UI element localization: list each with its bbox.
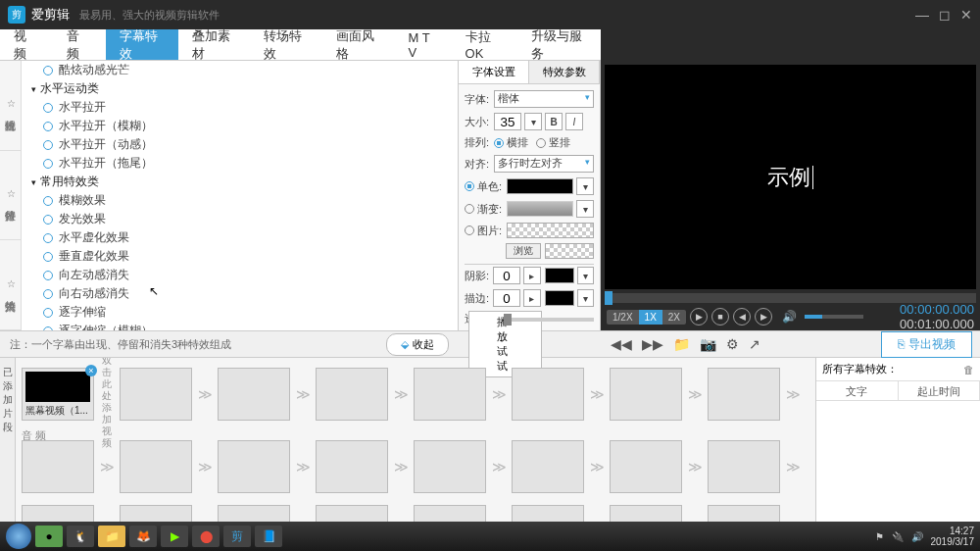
minimize-icon[interactable]: — [915, 7, 929, 23]
export-button[interactable]: ⎘导出视频 [881, 331, 972, 358]
stroke-color[interactable] [545, 290, 574, 306]
clip-slot[interactable] [708, 440, 780, 493]
effect-item[interactable]: 水平拉开（模糊） [22, 117, 458, 135]
effect-item[interactable]: 模糊效果 [22, 191, 458, 210]
taskbar-item[interactable]: ▶ [161, 526, 188, 547]
clip-slot[interactable] [120, 368, 192, 421]
clip-slot[interactable] [22, 440, 94, 493]
next-icon[interactable]: ▶▶ [642, 336, 663, 352]
proptab-font[interactable]: 字体设置 [459, 61, 529, 83]
image-swatch-2[interactable] [545, 243, 594, 259]
radio-gradient[interactable] [465, 204, 474, 214]
font-select[interactable]: 楷体 [494, 90, 594, 108]
taskbar-item[interactable]: 剪 [223, 526, 251, 547]
taskbar-item[interactable]: ⬤ [192, 526, 220, 547]
shadow-color-dropdown-icon[interactable]: ▾ [577, 267, 594, 284]
prev-frame-button[interactable]: ◀ [733, 308, 751, 326]
effect-category[interactable]: ▾常用特效类 [22, 173, 458, 191]
snapshot-icon[interactable]: 📷 [700, 336, 716, 352]
size-input[interactable] [494, 113, 521, 130]
tray-flag-icon[interactable]: ⚑ [875, 531, 884, 542]
color-dropdown-icon[interactable]: ▾ [576, 177, 594, 195]
tab-overlay[interactable]: 叠加素材 [178, 29, 251, 60]
bold-button[interactable]: B [545, 113, 563, 130]
effect-category[interactable]: ▾水平运动类 [22, 79, 458, 98]
clip-slot[interactable] [316, 368, 388, 421]
clip-slot[interactable] [120, 440, 192, 493]
clip-slot[interactable] [512, 368, 584, 421]
speed-toggle[interactable]: 1/2X1X2X [607, 310, 686, 325]
rail-disappear[interactable]: ☆消失特效 [0, 240, 21, 330]
effect-item[interactable]: 逐字伸缩 [22, 303, 458, 322]
rail-appear[interactable]: ☆出现特效 [0, 61, 21, 151]
tray-net-icon[interactable]: 🔌 [892, 531, 904, 542]
volume-slider[interactable] [805, 315, 863, 319]
clip-slot[interactable] [610, 368, 682, 421]
radio-horizontal[interactable] [494, 138, 504, 148]
gradient-swatch[interactable] [507, 201, 573, 217]
shadow-input[interactable] [493, 267, 520, 284]
effect-list[interactable]: ↖ 酷炫动感光芒▾水平运动类水平拉开水平拉开（模糊）水平拉开（动感）水平拉开（拖… [22, 61, 459, 330]
align-select[interactable]: 多行时左对齐 [494, 155, 594, 173]
stroke-color-dropdown-icon[interactable]: ▾ [577, 289, 594, 307]
stop-button[interactable]: ■ [711, 308, 729, 326]
opacity-slider[interactable] [504, 318, 594, 322]
proptab-params[interactable]: 特效参数 [529, 61, 600, 83]
remove-clip-icon[interactable]: × [85, 365, 97, 376]
effect-item[interactable]: 发光效果 [22, 210, 458, 228]
taskbar-item[interactable]: 📘 [255, 526, 282, 547]
color-swatch[interactable] [507, 178, 573, 194]
tray-vol-icon[interactable]: 🔊 [911, 531, 923, 542]
tab-audio[interactable]: 音 频 [53, 29, 106, 60]
settings-icon[interactable]: ⚙ [726, 336, 739, 352]
volume-icon[interactable]: 🔊 [782, 310, 797, 324]
tab-karaoke[interactable]: 卡拉OK [452, 29, 517, 60]
scrubber[interactable] [605, 293, 976, 303]
image-swatch[interactable] [507, 223, 594, 238]
folder-icon[interactable]: 📁 [673, 336, 690, 352]
delete-icon[interactable]: 🗑 [963, 364, 974, 376]
size-dropdown-icon[interactable]: ▾ [524, 113, 542, 130]
taskbar-item[interactable]: ● [35, 526, 63, 547]
effect-item[interactable]: 向左动感消失 [22, 266, 458, 284]
gradient-dropdown-icon[interactable]: ▾ [576, 200, 594, 218]
clip-slot[interactable] [218, 440, 290, 493]
close-icon[interactable]: ✕ [960, 7, 972, 23]
stroke-input[interactable] [493, 289, 520, 307]
taskbar-item[interactable]: 🐧 [67, 526, 94, 547]
clip-slot[interactable] [708, 368, 780, 421]
effect-item[interactable]: 逐字伸缩（模糊） [22, 322, 458, 330]
clip-slot[interactable] [218, 368, 290, 421]
tab-style[interactable]: 画面风格 [322, 29, 395, 60]
shadow-step-icon[interactable]: ▸ [523, 267, 540, 284]
prev-icon[interactable]: ◀◀ [611, 336, 632, 352]
tab-video[interactable]: 视 频 [0, 29, 53, 60]
italic-button[interactable]: I [565, 113, 583, 130]
effect-item[interactable]: 水平虚化效果 [22, 228, 458, 247]
tab-subtitle-fx[interactable]: 字幕特效 [106, 29, 178, 60]
shadow-color[interactable] [545, 268, 574, 283]
stroke-step-icon[interactable]: ▸ [523, 289, 540, 307]
maximize-icon[interactable]: ◻ [939, 7, 951, 23]
taskbar-item[interactable]: 📁 [98, 526, 125, 547]
taskbar-item[interactable]: 🦊 [129, 526, 157, 547]
effect-item[interactable]: 水平拉开 [22, 98, 458, 117]
tab-transition[interactable]: 转场特效 [250, 29, 322, 60]
clip-slot[interactable] [610, 440, 682, 493]
effect-item[interactable]: 向右动感消失 [22, 284, 458, 303]
collapse-button[interactable]: ⬙收起 [386, 333, 449, 356]
radio-solid[interactable] [465, 181, 474, 191]
radio-image[interactable] [465, 225, 474, 235]
effect-item[interactable]: 垂直虚化效果 [22, 247, 458, 266]
play-button[interactable]: ▶ [690, 308, 708, 326]
next-frame-button[interactable]: ▶ [755, 308, 772, 326]
effect-item[interactable]: 酷炫动感光芒 [22, 61, 458, 79]
clip-slot[interactable] [316, 440, 388, 493]
tab-upgrade[interactable]: 升级与服务 [517, 29, 601, 60]
clip-slot[interactable] [414, 368, 486, 421]
radio-vertical[interactable] [536, 138, 546, 148]
effect-item[interactable]: 水平拉开（拖尾） [22, 154, 458, 173]
clip-item[interactable]: ×黑幕视频（1... [22, 368, 94, 421]
rail-stay[interactable]: ☆停留特效 [0, 151, 21, 241]
effect-item[interactable]: 水平拉开（动感） [22, 135, 458, 154]
